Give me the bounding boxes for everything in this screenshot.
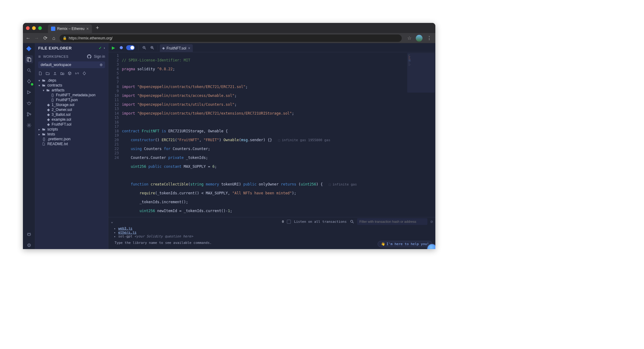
- folder-item[interactable]: ▾artifacts: [35, 88, 108, 93]
- file-explorer-tab-icon[interactable]: [25, 55, 33, 63]
- browser-toolbar: ← → ⟳ ⌂ 🔒 https://remix.ethereum.org/ ☆ …: [23, 33, 435, 43]
- settings-tab-icon[interactable]: [25, 121, 33, 129]
- search-tab-icon[interactable]: [25, 66, 33, 74]
- home-button[interactable]: ⌂: [51, 35, 57, 41]
- file-item[interactable]: ◆3_Ballot.sol: [35, 112, 108, 117]
- close-window-button[interactable]: [26, 26, 30, 30]
- upload-folder-icon[interactable]: [60, 71, 64, 75]
- address-bar[interactable]: 🔒 https://remix.ethereum.org/: [60, 35, 402, 42]
- file-item[interactable]: ◆example.sol: [35, 117, 108, 122]
- new-tab-button[interactable]: +: [96, 25, 99, 31]
- link-icon[interactable]: [75, 71, 79, 75]
- chevron-right-icon[interactable]: ›: [104, 46, 105, 50]
- file-tree: ▾.deps▾contracts▾artifacts{}FruitNFT_met…: [35, 78, 108, 249]
- folder-icon: [42, 132, 46, 136]
- terminal-output[interactable]: web3.js ethers.js sol-gpt <your Solidity…: [108, 226, 435, 249]
- terminal-search-icon[interactable]: [350, 219, 354, 224]
- reload-button[interactable]: ⟳: [42, 35, 48, 41]
- file-item[interactable]: ◆FruitNFT.sol: [35, 122, 108, 127]
- signin-link[interactable]: Sign in: [94, 54, 105, 59]
- sol-icon: ◆: [46, 122, 50, 127]
- tree-item-label: FruitNFT.sol: [52, 122, 71, 127]
- svg-line-22: [352, 222, 353, 223]
- terminal-filter-input[interactable]: [357, 218, 427, 225]
- hamburger-icon[interactable]: ≡: [38, 54, 41, 59]
- debug-button[interactable]: [118, 44, 125, 51]
- file-item[interactable]: ◆2_Owner.sol: [35, 107, 108, 112]
- clear-terminal-icon[interactable]: ⊘: [430, 219, 433, 224]
- zoom-in-button[interactable]: [148, 44, 156, 51]
- tree-item-label: artifacts: [52, 88, 64, 92]
- lib-link[interactable]: web3.js: [118, 226, 132, 230]
- folder-icon: [42, 127, 46, 131]
- minimize-window-button[interactable]: [32, 26, 36, 30]
- panel-header: FILE EXPLORER ✓ ›: [35, 43, 108, 53]
- svg-line-7: [27, 102, 27, 103]
- git-tab-icon[interactable]: [25, 110, 33, 118]
- tree-item-label: example.sol: [52, 117, 71, 122]
- help-bubble[interactable]: 👋 I'm here to help you!: [378, 241, 432, 247]
- gas-estimate: infinite gas: [329, 182, 357, 186]
- bottom-settings-icon[interactable]: ⚙: [25, 241, 33, 249]
- workspace-selector[interactable]: default_workspace ⊕: [38, 61, 105, 68]
- line-gutter: 123456789101112131415161718192021222324: [108, 52, 122, 217]
- github-icon[interactable]: [87, 54, 91, 59]
- bookmark-button[interactable]: ☆: [407, 35, 412, 41]
- svg-line-18: [153, 48, 154, 49]
- plugin-manager-icon[interactable]: [25, 230, 33, 238]
- sol-icon: ◆: [46, 103, 50, 107]
- minimap[interactable]: ▬▬▬▬▬▬▬ ▬▬▬▬ ▬▬▬▬▬▬▬▬▬▬ ▬▬▬▬▬▬▬▬ ▬▬▬▬▬▬▬…: [407, 53, 435, 93]
- new-folder-icon[interactable]: [46, 71, 50, 75]
- browser-window: Remix – Ethereu × + ← → ⟳ ⌂ 🔒 https://re…: [23, 23, 435, 249]
- file-explorer-panel: FILE EXPLORER ✓ › ≡ WORKSPACES Sign in d…: [35, 43, 108, 249]
- folder-item[interactable]: ▾contracts: [35, 83, 108, 88]
- run-button[interactable]: ▶: [110, 44, 117, 51]
- terminal-header: ⌄ 0 Listen on all transactions ⊘: [108, 217, 435, 226]
- main-area: ▶ ◆ FruitNFT.sol ×: [108, 43, 435, 249]
- file-item[interactable]: {}FruitNFT_metadata.json: [35, 93, 108, 97]
- debugger-tab-icon[interactable]: [25, 99, 33, 107]
- terminal-panel: ⌄ 0 Listen on all transactions ⊘ web3.js…: [108, 217, 435, 249]
- auto-compile-toggle[interactable]: [126, 45, 135, 50]
- upload-icon[interactable]: [53, 71, 57, 75]
- txt-icon: [42, 142, 46, 146]
- new-file-icon[interactable]: [38, 71, 42, 75]
- listen-checkbox[interactable]: [287, 220, 291, 224]
- diamond-icon[interactable]: [82, 71, 86, 75]
- folder-item[interactable]: ▾.deps: [35, 78, 108, 83]
- file-item[interactable]: ◆1_Storage.sol: [35, 102, 108, 107]
- code-editor[interactable]: 123456789101112131415161718192021222324 …: [108, 52, 435, 217]
- svg-line-15: [145, 48, 146, 49]
- forward-button[interactable]: →: [34, 35, 39, 41]
- file-item[interactable]: {}FruitNFT.json: [35, 97, 108, 102]
- tree-item-label: contracts: [47, 83, 62, 87]
- code-area[interactable]: // SPDX-License-Identifier: MIT pragma s…: [122, 52, 435, 217]
- cube-icon[interactable]: [68, 71, 72, 75]
- browser-menu-button[interactable]: ⋮: [427, 35, 432, 41]
- close-editor-tab-button[interactable]: ×: [188, 46, 190, 50]
- folder-item[interactable]: ▸tests: [35, 132, 108, 137]
- compiler-tab-icon[interactable]: [25, 77, 33, 85]
- tree-item-label: README.txt: [47, 142, 68, 146]
- terminal-toggle-icon[interactable]: ⌄: [111, 219, 113, 224]
- back-button[interactable]: ←: [25, 35, 31, 41]
- lib-link[interactable]: ethers.js: [118, 230, 137, 234]
- tree-item-label: 2_Owner.sol: [52, 108, 72, 112]
- browser-tab[interactable]: Remix – Ethereu ×: [48, 24, 92, 33]
- remix-logo-icon[interactable]: ◆: [25, 44, 33, 52]
- svg-point-9: [27, 112, 28, 114]
- svg-rect-1: [28, 58, 31, 62]
- maximize-window-button[interactable]: [38, 26, 42, 30]
- close-tab-button[interactable]: ×: [86, 26, 89, 31]
- editor-tab[interactable]: ◆ FruitNFT.sol ×: [160, 44, 193, 52]
- tree-item-label: 1_Storage.sol: [52, 103, 74, 107]
- deploy-tab-icon[interactable]: [25, 88, 33, 96]
- file-item[interactable]: README.txt: [35, 141, 108, 146]
- workspace-options-icon[interactable]: ⊕: [100, 63, 103, 67]
- zoom-out-button[interactable]: [141, 44, 148, 51]
- folder-item[interactable]: ▸scripts: [35, 127, 108, 132]
- sol-icon: ◆: [46, 117, 50, 122]
- listen-label: Listen on all transactions: [294, 220, 346, 224]
- file-item[interactable]: {}.prettierrc.json: [35, 137, 108, 141]
- profile-avatar[interactable]: [416, 35, 423, 42]
